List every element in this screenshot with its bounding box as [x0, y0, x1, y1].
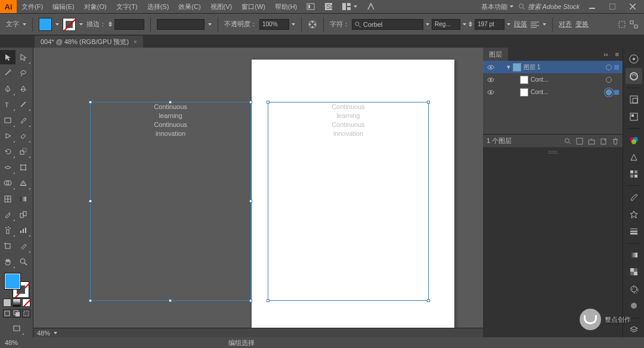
align-link[interactable]: 对齐: [559, 20, 572, 29]
text-frame-1[interactable]: Continuous learning Continuous innovatio…: [91, 102, 250, 300]
panel-resize-handle[interactable]: [483, 147, 623, 158]
draw-behind[interactable]: [13, 309, 21, 318]
eraser-tool[interactable]: [16, 129, 31, 143]
panel-menu-icon[interactable]: ≡: [612, 51, 623, 58]
target-icon[interactable]: [606, 64, 612, 70]
font-size-input[interactable]: 197 pt: [475, 19, 504, 30]
color-mode[interactable]: [3, 299, 11, 307]
locate-icon[interactable]: [564, 138, 571, 145]
transform-link[interactable]: 变换: [575, 20, 589, 29]
paragraph-icon[interactable]: [531, 21, 539, 28]
close-icon[interactable]: ×: [134, 39, 137, 45]
paintbrush-tool[interactable]: [16, 113, 31, 128]
width-tool[interactable]: [0, 160, 16, 175]
isolate-icon[interactable]: [618, 20, 626, 29]
scale-tool[interactable]: [16, 144, 31, 159]
delete-icon[interactable]: [612, 138, 619, 145]
dock-stroke-icon[interactable]: [626, 223, 642, 239]
menu-effect[interactable]: 效果(C): [174, 0, 205, 13]
font-style-input[interactable]: Reg...: [432, 19, 460, 30]
pen-tool[interactable]: [0, 82, 16, 96]
rotate-tool[interactable]: [0, 144, 16, 159]
menu-file[interactable]: 文件(F): [17, 0, 48, 13]
fill-swatch[interactable]: [39, 18, 52, 31]
screen-mode[interactable]: [9, 321, 24, 335]
rectangle-tool[interactable]: [0, 113, 16, 128]
layers-tab[interactable]: 图层: [483, 48, 508, 61]
dock-libraries-icon[interactable]: [626, 68, 642, 83]
new-sublayer-icon[interactable]: [588, 138, 595, 145]
dock-asset-export-icon[interactable]: [626, 108, 642, 124]
canvas[interactable]: Continuous learning Continuous innovatio…: [33, 48, 483, 337]
paragraph-link[interactable]: 段落: [514, 20, 527, 29]
layer-row[interactable]: Cont...: [483, 86, 623, 98]
collapse-icon[interactable]: ››: [600, 51, 611, 58]
gradient-tool[interactable]: [16, 192, 31, 206]
window-minimize[interactable]: [584, 1, 600, 12]
zoom-tool[interactable]: [16, 254, 31, 269]
stroke-swatch[interactable]: [63, 18, 76, 31]
dock-color-icon[interactable]: [626, 132, 642, 148]
window-maximize[interactable]: [605, 1, 620, 12]
twirl-icon[interactable]: ▾: [507, 63, 510, 71]
shaper-tool[interactable]: [0, 129, 16, 143]
dock-artboards-icon[interactable]: [626, 92, 642, 107]
line-tool[interactable]: [16, 97, 31, 111]
opacity-value[interactable]: 100%: [259, 19, 289, 30]
recolor-icon[interactable]: [308, 20, 317, 29]
dock-symbols-icon[interactable]: [626, 207, 642, 222]
menu-edit[interactable]: 编辑(E): [48, 0, 79, 13]
target-icon[interactable]: [606, 89, 612, 95]
bridge-icon[interactable]: [302, 0, 320, 13]
perspective-tool[interactable]: [16, 176, 31, 190]
dock-appearance-icon[interactable]: [626, 281, 642, 297]
curvature-tool[interactable]: [16, 82, 31, 96]
symbol-sprayer-tool[interactable]: [0, 223, 16, 237]
dock-color-guide-icon[interactable]: [626, 149, 642, 164]
menu-type[interactable]: 文字(T): [112, 0, 143, 13]
shape-builder-tool[interactable]: [0, 176, 16, 190]
menu-select[interactable]: 选择(S): [143, 0, 174, 13]
target-icon[interactable]: [606, 77, 612, 83]
font-family-input[interactable]: Corbel: [352, 19, 423, 30]
layer-row[interactable]: ▾ 图层 1: [483, 61, 623, 73]
fill-stroke-control[interactable]: [0, 270, 33, 337]
menu-object[interactable]: 对象(O): [79, 0, 112, 13]
horizontal-scrollbar[interactable]: 48%: [33, 328, 483, 337]
hand-tool[interactable]: [0, 254, 16, 269]
arrange-docs-icon[interactable]: [338, 0, 362, 13]
magic-wand-tool[interactable]: [0, 66, 16, 80]
dock-properties-icon[interactable]: [626, 51, 642, 67]
dock-transparency-icon[interactable]: [626, 264, 642, 279]
stock-icon[interactable]: St: [320, 0, 338, 13]
visibility-icon[interactable]: [487, 76, 495, 84]
menu-help[interactable]: 帮助(H): [270, 0, 302, 13]
slice-tool[interactable]: [16, 239, 31, 253]
artboard-tool[interactable]: [0, 239, 16, 253]
none-mode[interactable]: [22, 299, 30, 307]
new-layer-icon[interactable]: [600, 138, 607, 145]
column-graph-tool[interactable]: [16, 223, 31, 237]
lasso-tool[interactable]: [16, 66, 31, 80]
opacity-field[interactable]: 不透明度： 100%: [224, 19, 295, 30]
layer-row[interactable]: Cont...: [483, 73, 623, 86]
stroke-weight-input[interactable]: [114, 19, 144, 30]
stroke-weight-field[interactable]: 描边：: [86, 19, 144, 30]
make-clipping-icon[interactable]: [576, 138, 583, 145]
zoom-level[interactable]: 48%: [33, 328, 75, 338]
gpu-icon[interactable]: [362, 0, 380, 13]
workspace-switcher[interactable]: 基本功能: [481, 2, 513, 11]
gradient-mode[interactable]: [13, 299, 21, 307]
dock-gradient-icon[interactable]: [626, 247, 642, 263]
selection-tool[interactable]: [0, 50, 16, 64]
draw-inside[interactable]: [22, 309, 30, 318]
brush-preset[interactable]: [157, 19, 205, 30]
direct-selection-tool[interactable]: [16, 50, 31, 64]
free-transform-tool[interactable]: [16, 160, 31, 175]
edit-similar-icon[interactable]: [630, 20, 638, 29]
dock-swatches-icon[interactable]: [626, 166, 642, 182]
window-close[interactable]: [625, 1, 640, 12]
visibility-icon[interactable]: [487, 88, 495, 97]
eyedropper-tool[interactable]: [0, 207, 16, 222]
type-tool[interactable]: T: [0, 97, 16, 111]
